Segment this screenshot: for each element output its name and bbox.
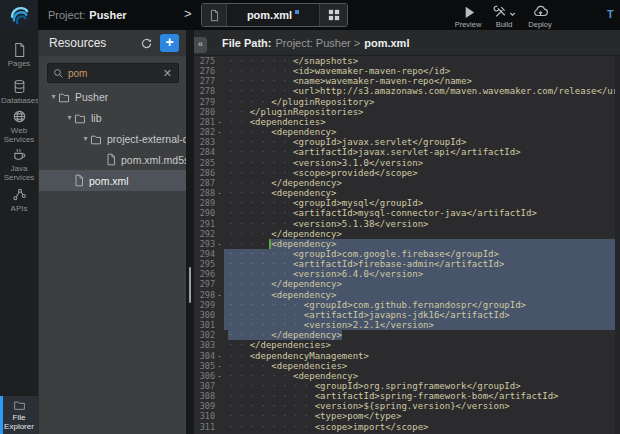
line-number: 279 bbox=[194, 97, 215, 107]
code-line-285[interactable]: 285· · · · · · <version>3.1.0</version> bbox=[194, 158, 620, 168]
code-line-278[interactable]: 278· · · · · · <url>http://s3.amazonaws.… bbox=[194, 86, 620, 96]
code-line-306[interactable]: 306-· · · · · · <dependency> bbox=[194, 371, 620, 381]
line-text: · · · · · · <id>wavemaker-maven-repo</id… bbox=[224, 66, 620, 76]
code-line-296[interactable]: 296· · · · · · <version>6.4.0</version> bbox=[194, 269, 620, 279]
add-resource-button[interactable]: + bbox=[160, 34, 179, 52]
line-text: · · · · · · <artifactId>javax.servlet-ap… bbox=[224, 147, 620, 157]
fold-marker[interactable]: - bbox=[215, 290, 224, 300]
editor-scrollbar[interactable] bbox=[615, 56, 620, 434]
open-file-tab[interactable]: pom.xml bbox=[201, 3, 348, 27]
fold-marker[interactable]: - bbox=[215, 371, 224, 381]
left-sidebar: PagesDatabasesWeb ServicesJava ServicesA… bbox=[0, 30, 38, 434]
code-line-283[interactable]: 283· · · · · · <groupId>javax.servlet</g… bbox=[194, 137, 620, 147]
code-line-281[interactable]: 281-· · <dependencies> bbox=[194, 117, 620, 127]
line-gutter: 279 bbox=[194, 97, 224, 107]
sidebar-item-java-services[interactable]: Java Services bbox=[0, 147, 38, 182]
tree-caret-icon[interactable]: ▾ bbox=[65, 113, 74, 122]
code-line-297[interactable]: 297· · · · </dependency> bbox=[194, 279, 620, 289]
deploy-button[interactable]: Deploy bbox=[522, 1, 558, 30]
line-gutter: 297 bbox=[194, 279, 224, 289]
tree-caret-icon[interactable]: ▾ bbox=[81, 134, 90, 143]
tree-caret-icon[interactable]: ▾ bbox=[49, 92, 58, 101]
fold-marker bbox=[215, 422, 224, 432]
code-line-300[interactable]: 300· · · · · · · <artifactId>javapns-jdk… bbox=[194, 310, 620, 320]
sidebar-item-databases[interactable]: Databases bbox=[0, 79, 38, 105]
code-line-291[interactable]: 291· · · · · · <version>5.1.38</version> bbox=[194, 219, 620, 229]
code-line-277[interactable]: 277· · · · · · <name>wavemaker-maven-rep… bbox=[194, 76, 620, 86]
fold-marker bbox=[215, 56, 224, 66]
code-line-279[interactable]: 279· · · · </pluginRepository> bbox=[194, 97, 620, 107]
sidebar-item-web-services[interactable]: Web Services bbox=[0, 109, 38, 144]
fold-marker bbox=[215, 310, 224, 320]
code-line-295[interactable]: 295· · · · · · <artifactId>firebase-admi… bbox=[194, 259, 620, 269]
code-line-311[interactable]: 311· · · · · · · · <scope>import</scope> bbox=[194, 422, 620, 432]
project-label: Project: bbox=[48, 9, 85, 21]
breadcrumb-chevron-icon: > bbox=[184, 6, 192, 21]
code-line-309[interactable]: 309· · · · · · · · <version>${spring.ver… bbox=[194, 401, 620, 411]
modified-indicator-dot bbox=[295, 10, 299, 14]
code-line-280[interactable]: 280· · </pluginRepositories> bbox=[194, 107, 620, 117]
code-line-294[interactable]: 294· · · · · · <groupId>com.google.fireb… bbox=[194, 249, 620, 259]
code-text-area[interactable]: 275· · · · · · </snapshots>276· · · · · … bbox=[194, 56, 620, 434]
collapse-panel-button[interactable]: « bbox=[194, 37, 207, 53]
code-line-275[interactable]: 275· · · · · · </snapshots> bbox=[194, 56, 620, 66]
code-line-301[interactable]: 301· · · · · · · <version>2.2.1</version… bbox=[194, 320, 620, 330]
splitter-grip-handle[interactable] bbox=[189, 267, 192, 303]
tree-item-pusher[interactable]: ▾Pusher bbox=[39, 86, 187, 107]
tree-item-pom-xml-md5sum[interactable]: pom.xml.md5sum bbox=[39, 149, 187, 170]
code-line-289[interactable]: 289· · · · · · <groupId>mysql</groupId> bbox=[194, 198, 620, 208]
code-line-304[interactable]: 304-· · <dependencyManagement> bbox=[194, 351, 620, 361]
fold-marker[interactable]: - bbox=[215, 117, 224, 127]
code-line-298[interactable]: 298-· · · · <dependency> bbox=[194, 290, 620, 300]
sidebar-item-apis[interactable]: APIs bbox=[0, 187, 38, 213]
code-line-290[interactable]: 290· · · · · · <artifactId>mysql-connect… bbox=[194, 208, 620, 218]
refresh-button[interactable] bbox=[138, 35, 154, 51]
code-line-307[interactable]: 307· · · · · · · · <groupId>org.springfr… bbox=[194, 381, 620, 391]
fold-marker[interactable]: - bbox=[215, 188, 224, 198]
sidebar-item-pages[interactable]: Pages bbox=[0, 42, 38, 68]
project-name: Pusher bbox=[89, 9, 126, 21]
tab-file-name: pom.xml bbox=[227, 9, 319, 21]
code-line-287[interactable]: 287· · · · </dependency> bbox=[194, 178, 620, 188]
fold-marker[interactable]: - bbox=[215, 361, 224, 371]
tree-item-project-external-depend[interactable]: ▾project-external-depend bbox=[39, 128, 187, 149]
fold-marker bbox=[215, 381, 224, 391]
project-breadcrumb[interactable]: Project: Pusher bbox=[48, 0, 127, 30]
code-line-284[interactable]: 284· · · · · · <artifactId>javax.servlet… bbox=[194, 147, 620, 157]
fold-marker bbox=[215, 411, 224, 421]
code-line-305[interactable]: 305-· · · · <dependencies> bbox=[194, 361, 620, 371]
sidebar-item-file-explorer[interactable]: File Explorer bbox=[0, 396, 38, 434]
tree-item-pom-xml[interactable]: pom.xml bbox=[39, 170, 187, 191]
panel-splitter[interactable] bbox=[186, 30, 194, 434]
fold-marker[interactable]: - bbox=[215, 351, 224, 361]
code-line-293[interactable]: 293-· · · · <dependency> bbox=[194, 239, 620, 249]
resource-search-input[interactable]: pom ✕ bbox=[47, 63, 179, 83]
code-line-303[interactable]: 303· · </dependencies> bbox=[194, 340, 620, 350]
line-number: 305 bbox=[194, 361, 215, 371]
code-line-288[interactable]: 288-· · · · <dependency> bbox=[194, 188, 620, 198]
file-icon bbox=[209, 9, 220, 22]
tree-item-lib[interactable]: ▾lib bbox=[39, 107, 187, 128]
preview-button[interactable]: Preview bbox=[450, 1, 486, 30]
fold-marker bbox=[215, 320, 224, 330]
line-number: 302 bbox=[194, 330, 215, 340]
code-line-302[interactable]: 302· · · · </dependency> bbox=[194, 330, 620, 340]
code-line-310[interactable]: 310· · · · · · · · <type>pom</type> bbox=[194, 411, 620, 421]
deploy-cloud-icon bbox=[533, 4, 548, 19]
layout-grid-button[interactable] bbox=[319, 4, 347, 26]
fold-marker bbox=[215, 178, 224, 188]
code-line-286[interactable]: 286· · · · · · <scope>provided</scope> bbox=[194, 168, 620, 178]
code-line-276[interactable]: 276· · · · · · <id>wavemaker-maven-repo<… bbox=[194, 66, 620, 76]
fold-marker[interactable]: - bbox=[215, 239, 224, 249]
code-line-292[interactable]: 292· · · · </dependency> bbox=[194, 229, 620, 239]
app-logo[interactable] bbox=[0, 0, 38, 30]
build-button[interactable]: Build bbox=[486, 1, 522, 30]
fold-marker[interactable]: - bbox=[215, 127, 224, 137]
code-line-282[interactable]: 282-· · · · <dependency> bbox=[194, 127, 620, 137]
fold-marker bbox=[215, 259, 224, 269]
clear-search-button[interactable]: ✕ bbox=[163, 67, 172, 80]
code-line-308[interactable]: 308· · · · · · · · <artifactId>spring-fr… bbox=[194, 391, 620, 401]
line-number: 286 bbox=[194, 168, 215, 178]
code-line-299[interactable]: 299· · · · · · · <groupId>com.github.fer… bbox=[194, 300, 620, 310]
line-gutter: 305- bbox=[194, 361, 224, 371]
